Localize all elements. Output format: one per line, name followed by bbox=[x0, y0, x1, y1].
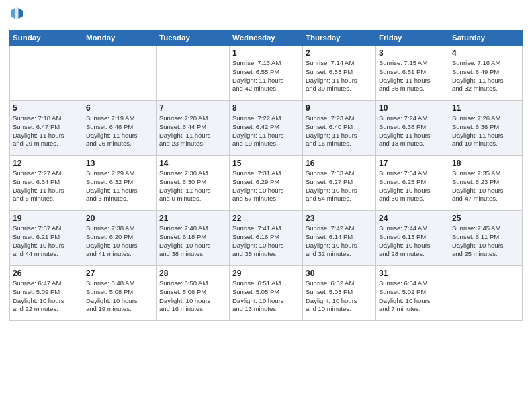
calendar-week-5: 26Sunrise: 6:47 AM Sunset: 5:09 PM Dayli… bbox=[10, 266, 523, 321]
calendar-cell: 23Sunrise: 7:42 AM Sunset: 6:14 PM Dayli… bbox=[303, 211, 376, 266]
day-number: 2 bbox=[306, 48, 373, 58]
day-info: Sunrise: 7:24 AM Sunset: 6:38 PM Dayligh… bbox=[379, 114, 446, 148]
day-number: 9 bbox=[306, 103, 373, 113]
logo bbox=[9, 7, 24, 24]
calendar-cell: 4Sunrise: 7:16 AM Sunset: 6:49 PM Daylig… bbox=[449, 46, 523, 101]
day-number: 25 bbox=[452, 214, 519, 223]
day-header-wednesday: Wednesday bbox=[230, 30, 303, 46]
day-info: Sunrise: 6:47 AM Sunset: 5:09 PM Dayligh… bbox=[13, 279, 80, 314]
calendar: SundayMondayTuesdayWednesdayThursdayFrid… bbox=[9, 30, 523, 321]
day-info: Sunrise: 7:27 AM Sunset: 6:34 PM Dayligh… bbox=[13, 169, 80, 203]
day-info: Sunrise: 6:51 AM Sunset: 5:05 PM Dayligh… bbox=[232, 279, 300, 314]
day-header-tuesday: Tuesday bbox=[157, 30, 230, 46]
svg-marker-2 bbox=[11, 8, 15, 19]
day-number: 18 bbox=[452, 158, 519, 168]
day-number: 24 bbox=[379, 214, 446, 223]
calendar-cell: 22Sunrise: 7:41 AM Sunset: 6:16 PM Dayli… bbox=[230, 211, 303, 266]
day-header-thursday: Thursday bbox=[303, 30, 376, 46]
calendar-cell bbox=[449, 266, 523, 321]
calendar-cell: 3Sunrise: 7:15 AM Sunset: 6:51 PM Daylig… bbox=[376, 46, 449, 101]
calendar-cell: 19Sunrise: 7:37 AM Sunset: 6:21 PM Dayli… bbox=[10, 211, 83, 266]
day-info: Sunrise: 7:22 AM Sunset: 6:42 PM Dayligh… bbox=[232, 114, 300, 148]
calendar-cell: 17Sunrise: 7:34 AM Sunset: 6:25 PM Dayli… bbox=[376, 156, 449, 211]
day-number: 23 bbox=[306, 214, 373, 223]
calendar-cell: 15Sunrise: 7:31 AM Sunset: 6:29 PM Dayli… bbox=[230, 156, 303, 211]
calendar-week-1: 1Sunrise: 7:13 AM Sunset: 6:55 PM Daylig… bbox=[10, 46, 523, 101]
day-number: 28 bbox=[159, 269, 226, 278]
day-number: 27 bbox=[86, 269, 153, 278]
day-number: 5 bbox=[13, 103, 80, 113]
day-info: Sunrise: 7:30 AM Sunset: 6:30 PM Dayligh… bbox=[159, 169, 226, 203]
day-info: Sunrise: 7:38 AM Sunset: 6:20 PM Dayligh… bbox=[86, 224, 153, 259]
calendar-cell: 29Sunrise: 6:51 AM Sunset: 5:05 PM Dayli… bbox=[230, 266, 303, 321]
calendar-cell: 5Sunrise: 7:18 AM Sunset: 6:47 PM Daylig… bbox=[10, 101, 83, 156]
day-number: 13 bbox=[86, 158, 153, 168]
day-number: 22 bbox=[232, 214, 300, 223]
calendar-cell: 2Sunrise: 7:14 AM Sunset: 6:53 PM Daylig… bbox=[303, 46, 376, 101]
day-number: 3 bbox=[379, 48, 446, 58]
day-info: Sunrise: 7:18 AM Sunset: 6:47 PM Dayligh… bbox=[13, 114, 80, 148]
calendar-cell bbox=[10, 46, 83, 101]
day-number: 19 bbox=[13, 214, 80, 223]
calendar-week-3: 12Sunrise: 7:27 AM Sunset: 6:34 PM Dayli… bbox=[10, 156, 523, 211]
day-info: Sunrise: 6:52 AM Sunset: 5:03 PM Dayligh… bbox=[306, 279, 373, 314]
day-info: Sunrise: 7:13 AM Sunset: 6:55 PM Dayligh… bbox=[232, 59, 300, 93]
day-info: Sunrise: 7:37 AM Sunset: 6:21 PM Dayligh… bbox=[13, 224, 80, 259]
day-info: Sunrise: 7:14 AM Sunset: 6:53 PM Dayligh… bbox=[306, 59, 373, 93]
page: SundayMondayTuesdayWednesdayThursdayFrid… bbox=[0, 0, 532, 411]
calendar-cell: 26Sunrise: 6:47 AM Sunset: 5:09 PM Dayli… bbox=[10, 266, 83, 321]
calendar-cell: 31Sunrise: 6:54 AM Sunset: 5:02 PM Dayli… bbox=[376, 266, 449, 321]
day-header-saturday: Saturday bbox=[449, 30, 523, 46]
calendar-cell: 1Sunrise: 7:13 AM Sunset: 6:55 PM Daylig… bbox=[230, 46, 303, 101]
day-number: 21 bbox=[159, 214, 226, 223]
calendar-cell: 8Sunrise: 7:22 AM Sunset: 6:42 PM Daylig… bbox=[230, 101, 303, 156]
calendar-week-4: 19Sunrise: 7:37 AM Sunset: 6:21 PM Dayli… bbox=[10, 211, 523, 266]
day-info: Sunrise: 7:40 AM Sunset: 6:18 PM Dayligh… bbox=[159, 224, 226, 259]
day-info: Sunrise: 7:45 AM Sunset: 6:11 PM Dayligh… bbox=[452, 224, 519, 259]
calendar-body: 1Sunrise: 7:13 AM Sunset: 6:55 PM Daylig… bbox=[10, 46, 523, 321]
day-number: 1 bbox=[232, 48, 300, 58]
calendar-cell: 7Sunrise: 7:20 AM Sunset: 6:44 PM Daylig… bbox=[157, 101, 230, 156]
calendar-cell: 16Sunrise: 7:33 AM Sunset: 6:27 PM Dayli… bbox=[303, 156, 376, 211]
calendar-week-2: 5Sunrise: 7:18 AM Sunset: 6:47 PM Daylig… bbox=[10, 101, 523, 156]
day-number: 4 bbox=[452, 48, 519, 58]
calendar-cell: 30Sunrise: 6:52 AM Sunset: 5:03 PM Dayli… bbox=[303, 266, 376, 321]
day-number: 26 bbox=[13, 269, 80, 278]
calendar-cell: 18Sunrise: 7:35 AM Sunset: 6:23 PM Dayli… bbox=[449, 156, 523, 211]
calendar-header-row: SundayMondayTuesdayWednesdayThursdayFrid… bbox=[10, 30, 523, 46]
day-number: 20 bbox=[86, 214, 153, 223]
calendar-cell bbox=[157, 46, 230, 101]
calendar-cell: 14Sunrise: 7:30 AM Sunset: 6:30 PM Dayli… bbox=[157, 156, 230, 211]
day-number: 16 bbox=[306, 158, 373, 168]
calendar-cell: 28Sunrise: 6:50 AM Sunset: 5:06 PM Dayli… bbox=[157, 266, 230, 321]
calendar-cell: 21Sunrise: 7:40 AM Sunset: 6:18 PM Dayli… bbox=[157, 211, 230, 266]
calendar-cell: 24Sunrise: 7:44 AM Sunset: 6:13 PM Dayli… bbox=[376, 211, 449, 266]
day-info: Sunrise: 7:33 AM Sunset: 6:27 PM Dayligh… bbox=[306, 169, 373, 203]
day-info: Sunrise: 7:35 AM Sunset: 6:23 PM Dayligh… bbox=[452, 169, 519, 203]
day-number: 29 bbox=[232, 269, 300, 278]
day-info: Sunrise: 7:34 AM Sunset: 6:25 PM Dayligh… bbox=[379, 169, 446, 203]
calendar-cell: 10Sunrise: 7:24 AM Sunset: 6:38 PM Dayli… bbox=[376, 101, 449, 156]
day-number: 7 bbox=[159, 103, 226, 113]
day-number: 12 bbox=[13, 158, 80, 168]
day-header-monday: Monday bbox=[83, 30, 157, 46]
day-number: 8 bbox=[232, 103, 300, 113]
day-info: Sunrise: 6:54 AM Sunset: 5:02 PM Dayligh… bbox=[379, 279, 446, 314]
day-number: 14 bbox=[159, 158, 226, 168]
calendar-cell: 6Sunrise: 7:19 AM Sunset: 6:46 PM Daylig… bbox=[83, 101, 157, 156]
day-number: 15 bbox=[232, 158, 300, 168]
day-info: Sunrise: 6:50 AM Sunset: 5:06 PM Dayligh… bbox=[159, 279, 226, 314]
day-number: 11 bbox=[452, 103, 519, 113]
day-info: Sunrise: 6:48 AM Sunset: 5:08 PM Dayligh… bbox=[86, 279, 153, 314]
day-info: Sunrise: 7:19 AM Sunset: 6:46 PM Dayligh… bbox=[86, 114, 153, 148]
day-number: 10 bbox=[379, 103, 446, 113]
day-info: Sunrise: 7:29 AM Sunset: 6:32 PM Dayligh… bbox=[86, 169, 153, 203]
day-number: 17 bbox=[379, 158, 446, 168]
svg-marker-1 bbox=[18, 8, 23, 19]
day-info: Sunrise: 7:31 AM Sunset: 6:29 PM Dayligh… bbox=[232, 169, 300, 203]
day-info: Sunrise: 7:26 AM Sunset: 6:36 PM Dayligh… bbox=[452, 114, 519, 148]
day-number: 31 bbox=[379, 269, 446, 278]
day-info: Sunrise: 7:23 AM Sunset: 6:40 PM Dayligh… bbox=[306, 114, 373, 148]
calendar-cell: 11Sunrise: 7:26 AM Sunset: 6:36 PM Dayli… bbox=[449, 101, 523, 156]
calendar-cell bbox=[83, 46, 157, 101]
